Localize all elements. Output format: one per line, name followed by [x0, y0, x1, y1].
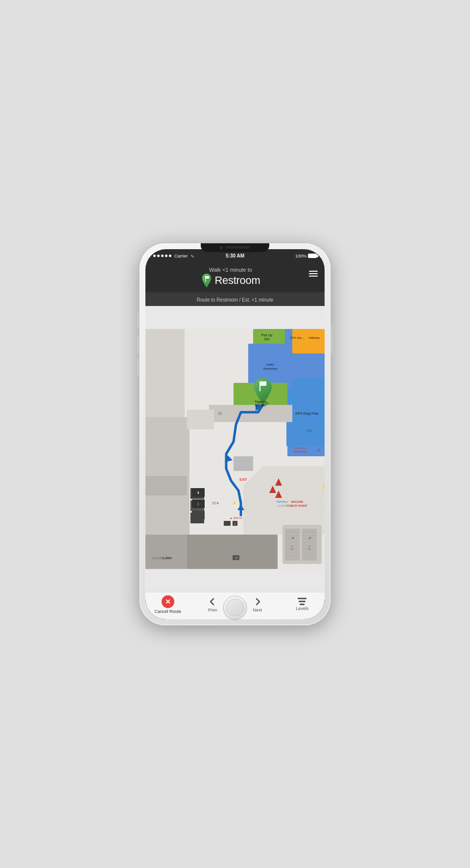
- svg-text:⬆: ⬆: [197, 491, 200, 494]
- svg-text:CLEAR: CLEAR: [278, 504, 287, 507]
- cancel-route-label: Cancel Route: [154, 609, 181, 614]
- svg-text:TSA Pre✓: TSA Pre✓: [276, 500, 288, 503]
- svg-rect-8: [292, 329, 325, 353]
- cancel-icon: ✕: [162, 595, 174, 608]
- phone-screen: Carrier ∿ 5:30 AM 100% Walk <1 minute to: [145, 249, 325, 619]
- svg-text:DFS Duty Free: DFS Duty Free: [296, 412, 319, 416]
- signal-dot-5: [169, 255, 171, 257]
- map-area[interactable]: Pick Up Stix DFS Dut... InMotion CNBC Sm…: [145, 306, 325, 592]
- svg-text:Stix: Stix: [264, 337, 270, 341]
- svg-text:21: 21: [317, 448, 321, 452]
- svg-text:⚡: ⚡: [321, 483, 325, 490]
- svg-text:DFS Dut...: DFS Dut...: [290, 336, 304, 339]
- status-time: 5:30 AM: [226, 253, 244, 258]
- svg-text:⚡: ⚡: [232, 500, 237, 505]
- svg-rect-37: [187, 535, 278, 569]
- svg-text:SECURE: SECURE: [291, 500, 303, 503]
- route-subtitle-text: Route to Restroom / Est. <1 minute: [197, 297, 273, 303]
- next-label: Next: [253, 608, 262, 613]
- svg-text:CHECK POINT: CHECK POINT: [287, 504, 307, 507]
- battery-fill: [308, 254, 316, 258]
- signal-dot-4: [165, 255, 167, 257]
- svg-rect-17: [187, 410, 214, 429]
- svg-text:EXIT: EXIT: [239, 478, 247, 481]
- menu-line-3: [309, 276, 318, 277]
- cancel-route-button[interactable]: ✕ Cancel Route: [145, 595, 190, 614]
- levels-button[interactable]: Levels: [280, 598, 325, 611]
- prev-label: Prev: [208, 608, 217, 613]
- signal-dot-1: [153, 255, 156, 257]
- flag-pin-icon: [201, 274, 212, 287]
- levels-label: Levels: [296, 606, 308, 611]
- carrier-text: Carrier: [174, 254, 188, 258]
- svg-text:🚶: 🚶: [290, 545, 295, 550]
- menu-line-2: [309, 273, 318, 274]
- svg-rect-21: [302, 529, 317, 561]
- signal-dot-2: [157, 255, 160, 257]
- signal-dot-3: [161, 255, 164, 257]
- svg-text:Exchange: Exchange: [294, 450, 307, 453]
- status-left: Carrier ∿: [153, 254, 194, 258]
- svg-text:InMotion: InMotion: [308, 336, 320, 339]
- menu-button[interactable]: [309, 271, 318, 277]
- route-subtitle: Route to Restroom / Est. <1 minute: [145, 292, 325, 306]
- nav-header-content: Walk <1 minute to: [152, 267, 309, 287]
- walk-text: Walk <1 minute to: [152, 267, 309, 273]
- app-screen: Carrier ∿ 5:30 AM 100% Walk <1 minute to: [145, 249, 325, 619]
- svg-rect-81: [192, 511, 205, 519]
- speaker-grille: [226, 246, 250, 249]
- next-chevron-icon: [254, 597, 261, 607]
- svg-text:Smartshop: Smartshop: [263, 367, 278, 370]
- svg-rect-50: [259, 381, 260, 391]
- svg-text:CNBC: CNBC: [266, 363, 275, 366]
- svg-text:21B: 21B: [306, 429, 312, 432]
- svg-text:Pick Up: Pick Up: [261, 333, 273, 337]
- svg-rect-20: [285, 529, 300, 561]
- svg-text:▲ DELTA: ▲ DELTA: [230, 516, 242, 519]
- svg-rect-1: [205, 276, 206, 282]
- svg-rect-5: [145, 476, 187, 495]
- wifi-icon: ∿: [190, 254, 194, 258]
- battery-text: 100%: [295, 254, 306, 258]
- svg-text:Barney's: Barney's: [255, 400, 266, 403]
- phone-notch: [201, 243, 269, 252]
- svg-rect-41: [234, 456, 253, 471]
- svg-text:LocusLabs: LocusLabs: [152, 556, 172, 560]
- levels-icon: [298, 598, 306, 605]
- svg-rect-74: [224, 521, 231, 526]
- battery-icon: [308, 254, 317, 258]
- svg-text:↗: ↗: [308, 536, 311, 540]
- svg-rect-49: [259, 381, 266, 386]
- svg-text:↗: ↗: [291, 536, 294, 540]
- svg-text:Beanery: Beanery: [255, 404, 266, 407]
- svg-text:🚶: 🚶: [196, 502, 201, 506]
- menu-line-1: [309, 271, 318, 272]
- status-right: 100%: [295, 254, 317, 258]
- svg-text:22 A: 22 A: [212, 501, 219, 505]
- prev-chevron-icon: [209, 597, 216, 607]
- nav-header: Walk <1 minute to: [145, 263, 325, 292]
- svg-text:Currency: Currency: [294, 446, 306, 449]
- home-button[interactable]: [223, 596, 247, 619]
- svg-rect-0: [205, 276, 209, 279]
- svg-text:22: 22: [218, 412, 222, 415]
- svg-text:↗: ↗: [235, 557, 237, 560]
- destination-name: Restroom: [215, 274, 260, 287]
- nav-destination: Restroom: [152, 274, 309, 287]
- svg-text:🚶: 🚶: [307, 545, 312, 550]
- phone-frame: Carrier ∿ 5:30 AM 100% Walk <1 minute to: [140, 243, 330, 625]
- home-button-inner: [226, 599, 244, 616]
- front-camera: [220, 246, 223, 249]
- map-svg: Pick Up Stix DFS Dut... InMotion CNBC Sm…: [145, 306, 325, 592]
